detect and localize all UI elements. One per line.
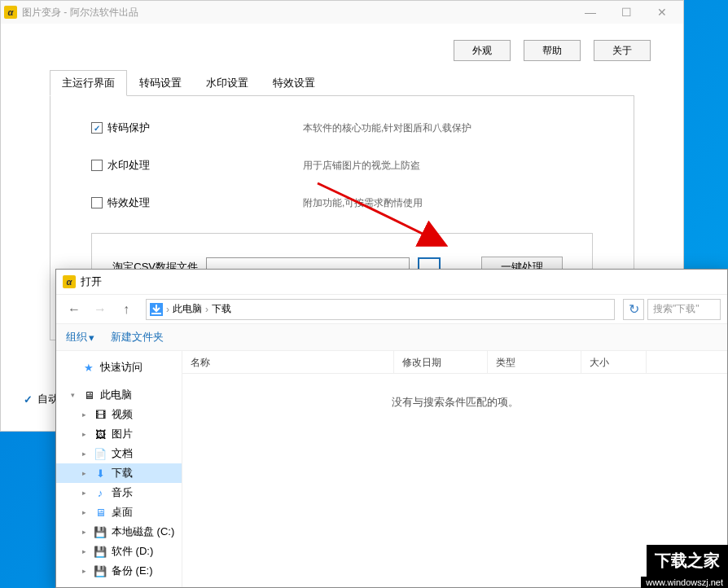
label-watermark-process: 水印处理 (107, 158, 150, 173)
music-icon: ♪ (94, 486, 107, 499)
row-effect-process: 特效处理 附加功能,可按需求酌情使用 (91, 195, 593, 210)
dialog-body: ★快速访问 ▾🖥此电脑 ▸🎞视频 ▸🖼图片 ▸📄文档 ▸⬇下载 ▸♪音乐 ▸🖥桌… (56, 351, 727, 587)
downloads-folder-icon (150, 303, 163, 316)
checkbox-effect-process[interactable] (91, 197, 103, 208)
caret-right-icon: ▸ (82, 450, 89, 458)
chevron-down-icon: ▾ (89, 331, 94, 344)
sidebar-music[interactable]: ▸♪音乐 (56, 483, 182, 502)
drive-icon: 💾 (94, 564, 107, 577)
checkbox-watermark-process[interactable] (91, 160, 103, 171)
file-open-dialog: α 打开 ← → ↑ › 此电脑 › 下载 ↻ 搜索"下载" 组织 ▾ 新建文件… (55, 269, 728, 588)
video-icon: 🎞 (94, 408, 107, 421)
close-button[interactable]: ✕ (644, 1, 680, 24)
col-size[interactable]: 大小 (581, 351, 647, 373)
sidebar-videos[interactable]: ▸🎞视频 (56, 405, 182, 424)
caret-right-icon: ▸ (82, 410, 89, 419)
label-transcode-protect: 转码保护 (107, 121, 150, 135)
desktop-icon: 🖥 (94, 506, 107, 519)
sidebar-disk-c[interactable]: ▸💾本地磁盘 (C:) (56, 522, 182, 542)
nav-forward-button[interactable]: → (89, 298, 112, 321)
desc-watermark-process: 用于店铺图片的视觉上防盗 (303, 159, 420, 173)
chevron-right-icon: › (205, 304, 208, 315)
checkbox-transcode-protect[interactable] (91, 122, 103, 134)
caret-right-icon: ▸ (82, 508, 89, 516)
title-bar: α 图片变身 - 阿尔法软件出品 — ☐ ✕ (1, 1, 683, 24)
desc-effect-process: 附加功能,可按需求酌情使用 (303, 196, 423, 210)
breadcrumb-this-pc[interactable]: 此电脑 (173, 302, 202, 316)
window-controls: — ☐ ✕ (572, 1, 680, 24)
refresh-button[interactable]: ↻ (623, 299, 644, 320)
empty-message: 没有与搜索条件匹配的项。 (182, 374, 727, 431)
chevron-right-icon: › (166, 304, 169, 315)
sidebar-disk-d[interactable]: ▸💾软件 (D:) (56, 542, 182, 561)
col-date[interactable]: 修改日期 (394, 351, 488, 373)
col-name[interactable]: 名称 (182, 351, 394, 373)
organize-menu[interactable]: 组织 ▾ (66, 330, 94, 344)
dialog-title: 打开 (81, 274, 102, 289)
file-list-area: 名称 修改日期 类型 大小 没有与搜索条件匹配的项。 (182, 351, 727, 587)
caret-right-icon: ▸ (82, 469, 89, 477)
nav-back-button[interactable]: ← (63, 298, 86, 321)
document-icon: 📄 (94, 447, 107, 460)
tab-watermark[interactable]: 水印设置 (194, 70, 261, 96)
caret-right-icon: ▸ (82, 489, 89, 497)
sidebar-this-pc[interactable]: ▾🖥此电脑 (56, 385, 182, 405)
maximize-button[interactable]: ☐ (608, 1, 644, 24)
watermark-logo: 下载之家 (647, 545, 728, 577)
desc-transcode-protect: 本软件的核心功能,针对图盾和八载保护 (303, 121, 471, 135)
download-icon: ⬇ (94, 467, 107, 480)
nav-up-button[interactable]: ↑ (115, 298, 138, 321)
drive-icon: 💾 (94, 525, 107, 538)
sidebar-disk-e[interactable]: ▸💾备份 (E:) (56, 561, 182, 581)
caret-right-icon: ▸ (82, 430, 89, 438)
help-button[interactable]: 帮助 (524, 40, 581, 61)
caret-right-icon: ▸ (82, 567, 89, 575)
caret-down-icon: ▾ (71, 391, 77, 399)
pictures-icon: 🖼 (94, 428, 107, 441)
dialog-sidebar: ★快速访问 ▾🖥此电脑 ▸🎞视频 ▸🖼图片 ▸📄文档 ▸⬇下载 ▸♪音乐 ▸🖥桌… (56, 351, 182, 587)
appearance-button[interactable]: 外观 (454, 40, 511, 61)
auto-checkbox-row: 自动 (24, 392, 59, 406)
row-watermark-process: 水印处理 用于店铺图片的视觉上防盗 (91, 158, 593, 173)
sidebar-documents[interactable]: ▸📄文档 (56, 444, 182, 463)
new-folder-button[interactable]: 新建文件夹 (111, 330, 164, 344)
search-input[interactable]: 搜索"下载" (647, 299, 721, 320)
breadcrumb-downloads[interactable]: 下载 (212, 302, 231, 316)
window-title: 图片变身 - 阿尔法软件出品 (22, 6, 572, 20)
star-icon: ★ (82, 361, 95, 374)
about-button[interactable]: 关于 (594, 40, 651, 61)
top-button-row: 外观 帮助 关于 (1, 24, 683, 69)
tab-main[interactable]: 主运行界面 (50, 70, 127, 96)
dialog-app-icon: α (63, 275, 76, 288)
tab-strip: 主运行界面 转码设置 水印设置 特效设置 (50, 69, 634, 96)
checkbox-auto[interactable] (24, 393, 33, 406)
tab-effect[interactable]: 特效设置 (261, 70, 327, 96)
col-type[interactable]: 类型 (488, 351, 581, 373)
watermark-url: www.windowszj.net (641, 577, 728, 588)
drive-icon: 💾 (94, 545, 107, 558)
sidebar-downloads[interactable]: ▸⬇下载 (56, 463, 182, 483)
app-icon: α (4, 6, 17, 19)
caret-right-icon: ▸ (82, 547, 89, 555)
tab-transcode[interactable]: 转码设置 (127, 70, 194, 96)
dialog-title-bar: α 打开 (56, 270, 727, 294)
list-header: 名称 修改日期 类型 大小 (182, 351, 727, 374)
dialog-toolbar: 组织 ▾ 新建文件夹 (56, 323, 727, 351)
dialog-nav-bar: ← → ↑ › 此电脑 › 下载 ↻ 搜索"下载" (56, 294, 727, 323)
sidebar-quick-access[interactable]: ★快速访问 (56, 358, 182, 377)
sidebar-desktop[interactable]: ▸🖥桌面 (56, 502, 182, 522)
row-transcode-protect: 转码保护 本软件的核心功能,针对图盾和八载保护 (91, 121, 593, 135)
sidebar-pictures[interactable]: ▸🖼图片 (56, 424, 182, 444)
breadcrumb[interactable]: › 此电脑 › 下载 (146, 299, 615, 320)
minimize-button[interactable]: — (572, 1, 608, 24)
caret-right-icon: ▸ (82, 528, 89, 536)
monitor-icon: 🖥 (82, 388, 95, 402)
label-effect-process: 特效处理 (107, 195, 150, 210)
